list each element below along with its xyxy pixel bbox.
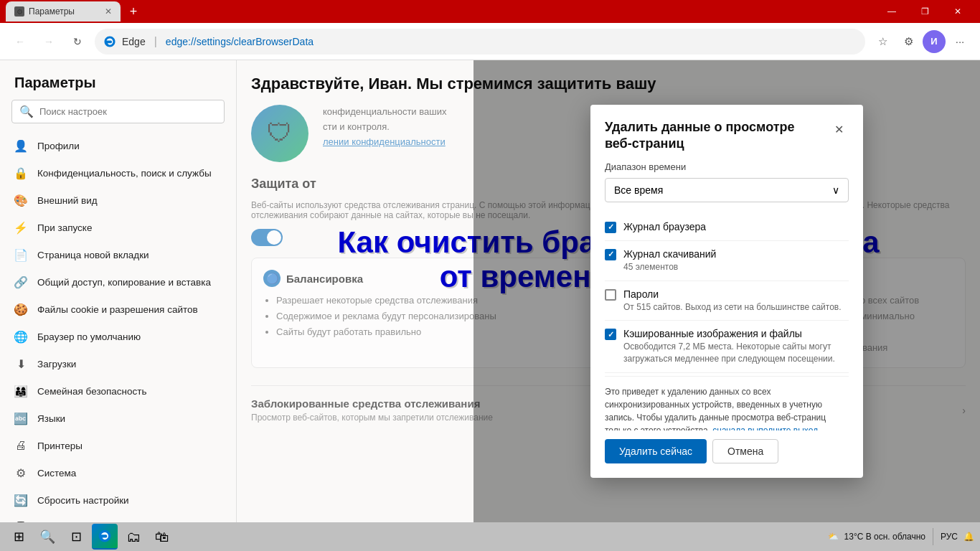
main-layout: Параметры 🔍 👤 Профили 🔒 Конфиденциальнос… [0, 60, 980, 522]
sidebar-item-reset[interactable]: 🔄 Сбросить настройки [0, 486, 236, 514]
sidebar-item-languages[interactable]: 🔤 Языки [0, 405, 236, 432]
sidebar-item-startup[interactable]: ⚡ При запуске [0, 214, 236, 241]
sidebar-item-privacy[interactable]: 🔒 Конфиденциальность, поиск и службы [0, 159, 236, 187]
passwords-label: Пароли От 515 сайтов. Выход из сети на б… [623, 288, 849, 314]
downloads-label: Журнал скачиваний 45 элементов [623, 248, 849, 273]
downloads-checkbox[interactable] [605, 249, 616, 260]
tab-title: Параметры [29, 6, 75, 17]
minimize-button[interactable]: — [875, 0, 908, 23]
sidebar-item-sharing[interactable]: 🔗 Общий доступ, копирование и вставка [0, 268, 236, 296]
sidebar-item-newtab[interactable]: 📄 Страница новой вкладки [0, 241, 236, 268]
cancel-button[interactable]: Отмена [712, 439, 778, 463]
sync-note-text: Это приведет к удалению данных со всех с… [605, 387, 826, 430]
sidebar-item-label: Файлы cookie и разрешения сайтов [37, 304, 198, 315]
history-label: Журнал браузера [623, 221, 849, 232]
modal-close-button[interactable]: ✕ [829, 119, 849, 139]
clear-data-modal: Удалить данные о просмотре веб-страниц ✕… [590, 105, 863, 478]
sidebar-item-system[interactable]: ⚙ Система [0, 459, 236, 486]
content-area: Здравствуйте, Иван. Мы стремимся защитит… [237, 60, 980, 522]
checkbox-row-history: Журнал браузера [605, 214, 849, 241]
downloads-label-main: Журнал скачиваний [623, 248, 849, 260]
cache-label-main: Кэшированные изображения и файлы [623, 328, 849, 339]
sidebar-item-profiles[interactable]: 👤 Профили [0, 132, 236, 159]
sidebar: Параметры 🔍 👤 Профили 🔒 Конфиденциальнос… [0, 60, 237, 522]
windows-start-button[interactable]: ⊞ [6, 524, 32, 550]
sidebar-item-default-browser[interactable]: 🌐 Браузер по умолчанию [0, 323, 236, 350]
refresh-button[interactable]: ↻ [66, 30, 89, 53]
settings-icon-button[interactable]: ⚙ [897, 30, 920, 53]
taskbar-right: ⛅ 13°C В осн. облачно РУС 🔔 [828, 528, 974, 545]
sidebar-item-cookies[interactable]: 🍪 Файлы cookie и разрешения сайтов [0, 296, 236, 323]
taskbar-search-button[interactable]: 🔍 [34, 524, 60, 550]
taskbar-file-explorer-button[interactable]: 🗂 [121, 524, 146, 550]
newtab-icon: 📄 [14, 248, 27, 261]
search-box[interactable]: 🔍 [11, 100, 225, 123]
sidebar-item-label: Загрузки [37, 359, 76, 369]
passwords-checkbox[interactable] [605, 289, 616, 301]
time-range-label: Диапазон времени [605, 161, 849, 172]
printers-icon: 🖨 [14, 439, 27, 452]
history-label-main: Журнал браузера [623, 221, 849, 232]
active-tab[interactable]: ⚙ Параметры ✕ [6, 1, 121, 22]
taskbar: ⊞ 🔍 ⊡ 🗂 🛍 ⛅ 13°C В осн. облачно РУС 🔔 [0, 522, 980, 551]
task-view-button[interactable]: ⊡ [63, 524, 89, 550]
sidebar-item-label: Языки [37, 413, 65, 424]
time-range-select[interactable]: Все время ∨ [605, 178, 849, 202]
favorites-button[interactable]: ☆ [871, 30, 894, 53]
taskbar-edge-button[interactable] [92, 524, 118, 550]
weather-text: 13°C В осн. облачно [844, 532, 925, 542]
default-browser-icon: 🌐 [14, 330, 27, 343]
address-box[interactable]: Edge | edge://settings/clearBrowserData [95, 29, 865, 55]
addressbar-right: ☆ ⚙ И ··· [871, 30, 971, 53]
languages-icon: 🔤 [14, 412, 27, 425]
taskbar-separator [933, 528, 933, 545]
sidebar-item-label: Конфиденциальность, поиск и службы [37, 168, 212, 179]
cache-checkbox[interactable] [605, 329, 616, 340]
sidebar-item-phone[interactable]: 📱 Телефон и другие устройства [0, 514, 236, 522]
language-indicator: РУС [941, 532, 958, 542]
close-button[interactable]: ✕ [941, 0, 974, 23]
hero-description: конфиденциальности вашихсти и контроля.л… [323, 105, 446, 149]
sidebar-title: Параметры [0, 60, 236, 100]
time-range-value: Все время [614, 184, 663, 196]
sidebar-item-appearance[interactable]: 🎨 Внешний вид [0, 187, 236, 214]
profile-button[interactable]: И [923, 30, 946, 53]
family-icon: 👨‍👩‍👧 [14, 385, 27, 397]
sidebar-item-label: Семейная безопасность [37, 386, 146, 397]
taskbar-store-button[interactable]: 🛍 [149, 524, 175, 550]
sidebar-item-family[interactable]: 👨‍👩‍👧 Семейная безопасность [0, 377, 236, 405]
more-button[interactable]: ··· [948, 30, 971, 53]
new-tab-button[interactable]: + [123, 1, 143, 22]
forward-button[interactable]: → [37, 30, 60, 53]
checkbox-row-downloads: Журнал скачиваний 45 элементов [605, 241, 849, 281]
titlebar: ⚙ Параметры ✕ + — ❐ ✕ [0, 0, 980, 23]
sync-link[interactable]: сначала выполните выход. [712, 425, 820, 430]
delete-now-button[interactable]: Удалить сейчас [605, 439, 707, 463]
blocked-title: Заблокированные средства отслеживания [251, 397, 493, 410]
restore-button[interactable]: ❐ [908, 0, 941, 23]
sidebar-item-label: Внешний вид [37, 195, 98, 206]
tab-area: ⚙ Параметры ✕ + [6, 1, 875, 22]
profiles-icon: 👤 [14, 139, 27, 152]
modal-footer: Удалить сейчас Отмена [590, 430, 863, 478]
weather-icon: ⛅ [828, 532, 839, 542]
sidebar-item-label: Общий доступ, копирование и вставка [37, 277, 211, 288]
history-checkbox[interactable] [605, 222, 616, 233]
sidebar-item-label: Система [37, 468, 76, 479]
sidebar-item-printers[interactable]: 🖨 Принтеры [0, 432, 236, 459]
edge-logo-icon [103, 35, 116, 48]
privacy-link[interactable]: лении конфиденциальности [323, 136, 446, 147]
sidebar-item-downloads[interactable]: ⬇ Загрузки [0, 350, 236, 377]
tracking-toggle[interactable] [251, 229, 283, 246]
toggle-knob [267, 230, 281, 245]
back-button[interactable]: ← [9, 30, 32, 53]
blocked-sub: Просмотр веб-сайтов, которым мы запретил… [251, 413, 493, 423]
modal-body: Диапазон времени Все время ∨ Журнал брау… [590, 161, 863, 430]
downloads-icon: ⬇ [14, 357, 27, 370]
search-input[interactable] [39, 106, 217, 117]
tab-close-button[interactable]: ✕ [105, 6, 112, 17]
system-icon: ⚙ [14, 466, 27, 479]
window-controls: — ❐ ✕ [875, 0, 974, 23]
sidebar-item-label: Страница новой вкладки [37, 250, 149, 260]
passwords-label-sub: От 515 сайтов. Выход из сети на большинс… [623, 301, 849, 314]
